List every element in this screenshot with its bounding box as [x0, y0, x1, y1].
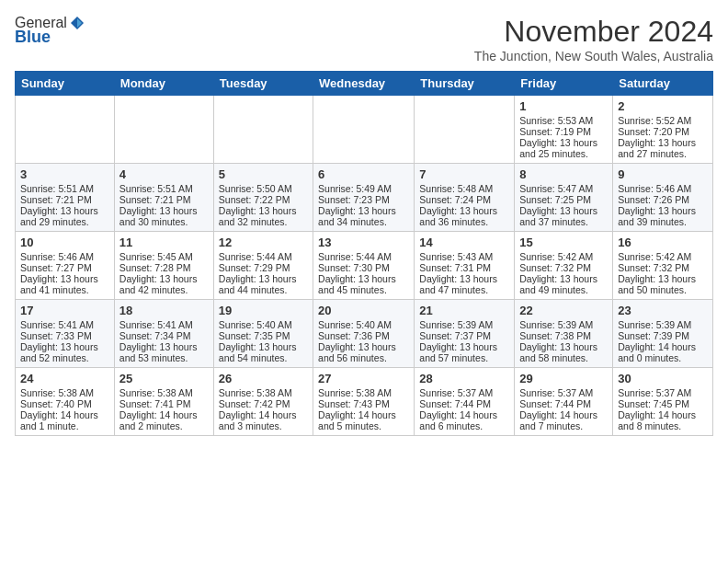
- sunset-text: Sunset: 7:44 PM: [419, 398, 509, 409]
- sunrise-text: Sunrise: 5:40 AM: [219, 319, 308, 330]
- day-number: 19: [219, 304, 308, 317]
- daylight-text: Daylight: 13 hours and 57 minutes.: [419, 341, 509, 363]
- day-number: 23: [618, 304, 708, 317]
- calendar-week-row: 1Sunrise: 5:53 AMSunset: 7:19 PMDaylight…: [16, 96, 713, 164]
- day-number: 1: [519, 99, 608, 113]
- sunrise-text: Sunrise: 5:47 AM: [519, 183, 608, 194]
- calendar-week-row: 10Sunrise: 5:46 AMSunset: 7:27 PMDayligh…: [16, 232, 713, 300]
- title-area: November 2024 The Junction, New South Wa…: [474, 15, 713, 63]
- sunrise-text: Sunrise: 5:44 AM: [318, 251, 409, 262]
- day-number: 25: [119, 372, 209, 385]
- calendar-cell: 26Sunrise: 5:38 AMSunset: 7:42 PMDayligh…: [213, 368, 313, 436]
- sunset-text: Sunset: 7:41 PM: [119, 398, 209, 409]
- daylight-text: Daylight: 13 hours and 42 minutes.: [119, 273, 209, 295]
- calendar-cell: 20Sunrise: 5:40 AMSunset: 7:36 PMDayligh…: [313, 300, 415, 368]
- day-number: 8: [519, 167, 608, 181]
- calendar-week-row: 24Sunrise: 5:38 AMSunset: 7:40 PMDayligh…: [16, 368, 713, 436]
- sunset-text: Sunset: 7:28 PM: [119, 262, 209, 273]
- sunrise-text: Sunrise: 5:37 AM: [618, 387, 708, 398]
- sunset-text: Sunset: 7:29 PM: [219, 262, 308, 273]
- sunrise-text: Sunrise: 5:42 AM: [618, 251, 708, 262]
- day-number: 12: [219, 236, 308, 249]
- daylight-text: Daylight: 14 hours and 3 minutes.: [219, 409, 308, 431]
- calendar-cell: 18Sunrise: 5:41 AMSunset: 7:34 PMDayligh…: [114, 300, 213, 368]
- daylight-text: Daylight: 13 hours and 25 minutes.: [519, 137, 608, 159]
- calendar-cell: 8Sunrise: 5:47 AMSunset: 7:25 PMDaylight…: [515, 164, 613, 232]
- daylight-text: Daylight: 13 hours and 53 minutes.: [119, 341, 209, 363]
- calendar-cell: 5Sunrise: 5:50 AMSunset: 7:22 PMDaylight…: [213, 164, 313, 232]
- sunrise-text: Sunrise: 5:37 AM: [519, 387, 608, 398]
- sunset-text: Sunset: 7:21 PM: [20, 194, 109, 205]
- daylight-text: Daylight: 13 hours and 44 minutes.: [219, 273, 308, 295]
- daylight-text: Daylight: 14 hours and 7 minutes.: [519, 409, 608, 431]
- calendar-day-header: Monday: [114, 72, 213, 96]
- sunrise-text: Sunrise: 5:44 AM: [219, 251, 308, 262]
- month-title: November 2024: [474, 15, 713, 49]
- daylight-text: Daylight: 13 hours and 36 minutes.: [419, 205, 509, 227]
- sunrise-text: Sunrise: 5:39 AM: [419, 319, 509, 330]
- calendar-cell: 15Sunrise: 5:42 AMSunset: 7:32 PMDayligh…: [515, 232, 613, 300]
- calendar-cell: 7Sunrise: 5:48 AMSunset: 7:24 PMDaylight…: [415, 164, 515, 232]
- sunset-text: Sunset: 7:20 PM: [618, 126, 708, 137]
- calendar-cell: 6Sunrise: 5:49 AMSunset: 7:23 PMDaylight…: [313, 164, 415, 232]
- sunrise-text: Sunrise: 5:43 AM: [419, 251, 509, 262]
- day-number: 15: [519, 236, 608, 249]
- sunset-text: Sunset: 7:38 PM: [519, 330, 608, 341]
- calendar-cell: 9Sunrise: 5:46 AMSunset: 7:26 PMDaylight…: [613, 164, 713, 232]
- calendar-cell: 10Sunrise: 5:46 AMSunset: 7:27 PMDayligh…: [16, 232, 115, 300]
- calendar-cell: 27Sunrise: 5:38 AMSunset: 7:43 PMDayligh…: [313, 368, 415, 436]
- daylight-text: Daylight: 13 hours and 34 minutes.: [318, 205, 409, 227]
- daylight-text: Daylight: 13 hours and 52 minutes.: [20, 341, 109, 363]
- header: General Blue November 2024 The Junction,…: [15, 15, 713, 63]
- daylight-text: Daylight: 13 hours and 56 minutes.: [318, 341, 409, 363]
- calendar-cell: 2Sunrise: 5:52 AMSunset: 7:20 PMDaylight…: [613, 96, 713, 164]
- day-number: 11: [119, 236, 209, 249]
- day-number: 17: [20, 304, 109, 317]
- sunrise-text: Sunrise: 5:38 AM: [219, 387, 308, 398]
- calendar-cell: [16, 96, 115, 164]
- day-number: 14: [419, 236, 509, 249]
- sunset-text: Sunset: 7:30 PM: [318, 262, 409, 273]
- sunrise-text: Sunrise: 5:41 AM: [119, 319, 209, 330]
- calendar-week-row: 3Sunrise: 5:51 AMSunset: 7:21 PMDaylight…: [16, 164, 713, 232]
- sunset-text: Sunset: 7:23 PM: [318, 194, 409, 205]
- daylight-text: Daylight: 13 hours and 32 minutes.: [219, 205, 308, 227]
- sunrise-text: Sunrise: 5:49 AM: [318, 183, 409, 194]
- daylight-text: Daylight: 13 hours and 45 minutes.: [318, 273, 409, 295]
- calendar-cell: 23Sunrise: 5:39 AMSunset: 7:39 PMDayligh…: [613, 300, 713, 368]
- day-number: 29: [519, 372, 608, 385]
- sunrise-text: Sunrise: 5:39 AM: [519, 319, 608, 330]
- sunset-text: Sunset: 7:37 PM: [419, 330, 509, 341]
- logo: General Blue: [15, 15, 85, 47]
- day-number: 9: [618, 167, 708, 181]
- day-number: 18: [119, 304, 209, 317]
- day-number: 10: [20, 236, 109, 249]
- day-number: 6: [318, 167, 409, 181]
- calendar-cell: 21Sunrise: 5:39 AMSunset: 7:37 PMDayligh…: [415, 300, 515, 368]
- sunset-text: Sunset: 7:22 PM: [219, 194, 308, 205]
- daylight-text: Daylight: 13 hours and 39 minutes.: [618, 205, 708, 227]
- calendar-cell: 17Sunrise: 5:41 AMSunset: 7:33 PMDayligh…: [16, 300, 115, 368]
- sunrise-text: Sunrise: 5:45 AM: [119, 251, 209, 262]
- sunset-text: Sunset: 7:44 PM: [519, 398, 608, 409]
- sunset-text: Sunset: 7:42 PM: [219, 398, 308, 409]
- sunrise-text: Sunrise: 5:52 AM: [618, 115, 708, 126]
- sunset-text: Sunset: 7:36 PM: [318, 330, 409, 341]
- sunrise-text: Sunrise: 5:42 AM: [519, 251, 608, 262]
- logo-blue-text: Blue: [15, 28, 51, 47]
- calendar-day-header: Saturday: [613, 72, 713, 96]
- calendar-cell: 13Sunrise: 5:44 AMSunset: 7:30 PMDayligh…: [313, 232, 415, 300]
- daylight-text: Daylight: 13 hours and 29 minutes.: [20, 205, 109, 227]
- daylight-text: Daylight: 13 hours and 54 minutes.: [219, 341, 308, 363]
- day-number: 5: [219, 167, 308, 181]
- day-number: 16: [618, 236, 708, 249]
- calendar-header-row: SundayMondayTuesdayWednesdayThursdayFrid…: [16, 72, 713, 96]
- sunset-text: Sunset: 7:39 PM: [618, 330, 708, 341]
- day-number: 27: [318, 372, 409, 385]
- sunrise-text: Sunrise: 5:53 AM: [519, 115, 608, 126]
- sunset-text: Sunset: 7:32 PM: [618, 262, 708, 273]
- sunset-text: Sunset: 7:19 PM: [519, 126, 608, 137]
- daylight-text: Daylight: 13 hours and 37 minutes.: [519, 205, 608, 227]
- daylight-text: Daylight: 13 hours and 41 minutes.: [20, 273, 109, 295]
- day-number: 3: [20, 167, 109, 181]
